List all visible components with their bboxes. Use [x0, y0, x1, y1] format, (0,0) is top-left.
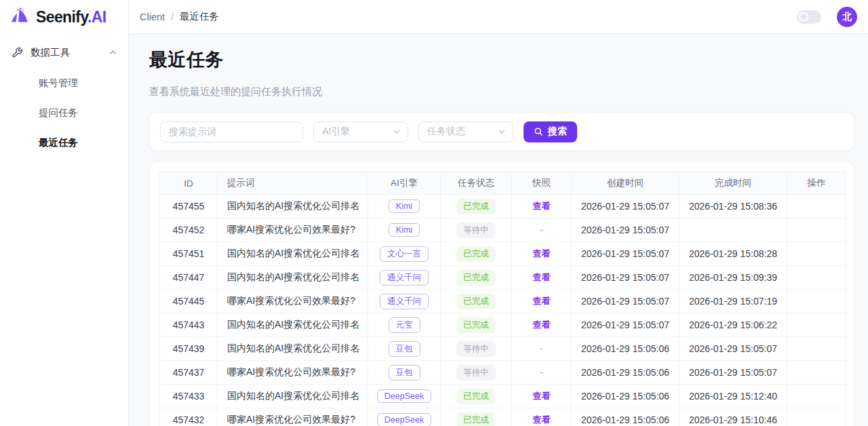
column-header-7: 操作	[787, 172, 846, 195]
engine-badge: 豆包	[389, 341, 420, 357]
cell-prompt: 国内知名的AI搜索优化公司排名	[218, 385, 368, 408]
engine-select[interactable]: AI引擎	[313, 121, 408, 142]
brand-name: Seenify.AI	[36, 8, 106, 26]
cell-prompt: 国内知名的AI搜索优化公司排名	[218, 266, 368, 290]
cell-prompt: 哪家AI搜索优化公司效果最好?	[218, 408, 368, 426]
cell-created: 2026-01-29 15:05:07	[572, 218, 679, 242]
brand-logo[interactable]: Seenify.AI	[0, 0, 128, 34]
cell-status: 等待中	[441, 218, 512, 242]
status-select[interactable]: 任务状态	[418, 121, 513, 142]
table-row: 457447 国内知名的AI搜索优化公司排名 通义千问 已完成 查看 2026-…	[160, 266, 846, 290]
table-row: 457445 哪家AI搜索优化公司效果最好? 通义千问 已完成 查看 2026-…	[160, 290, 846, 313]
filter-bar: AI引擎 任务状态 搜索	[149, 112, 854, 151]
table-header-row: ID提示词AI引擎任务状态快照创建时间完成时间操作	[160, 172, 846, 195]
cell-snapshot: -	[512, 337, 572, 361]
table-row: 457432 哪家AI搜索优化公司效果最好? DeepSeek 已完成 查看 2…	[160, 408, 846, 426]
view-snapshot-link[interactable]: 查看	[533, 296, 551, 306]
cell-id: 457437	[160, 361, 218, 385]
status-badge: 已完成	[456, 389, 496, 404]
sailboat-icon	[9, 7, 30, 26]
table-body: 457455 国内知名的AI搜索优化公司排名 Kimi 已完成 查看 2026-…	[160, 195, 846, 426]
sidebar-group-data-tools[interactable]: 数据工具	[0, 37, 128, 68]
topbar: Client / 最近任务 北	[129, 0, 868, 34]
sidebar-item-question-tasks[interactable]: 提问任务	[0, 98, 128, 128]
engine-badge: Kimi	[389, 199, 420, 213]
cell-finished: 2026-01-29 15:06:22	[679, 313, 787, 337]
cell-finished: 2026-01-29 15:08:36	[679, 195, 787, 218]
view-snapshot-link[interactable]: 查看	[533, 248, 551, 258]
status-badge: 已完成	[456, 246, 496, 262]
search-button[interactable]: 搜索	[524, 121, 577, 142]
engine-badge: 通义千问	[380, 270, 429, 286]
cell-snapshot: 查看	[512, 290, 572, 313]
cell-id: 457445	[160, 290, 218, 313]
cell-status: 等待中	[441, 337, 512, 361]
chevron-up-icon	[109, 49, 117, 56]
snapshot-empty: -	[540, 367, 543, 378]
cell-status: 已完成	[441, 408, 512, 426]
breadcrumb-root[interactable]: Client	[140, 12, 165, 22]
cell-prompt: 哪家AI搜索优化公司效果最好?	[218, 290, 368, 313]
cell-created: 2026-01-29 15:05:07	[572, 313, 679, 337]
cell-engine: DeepSeek	[368, 408, 441, 426]
sun-icon	[800, 14, 807, 20]
view-snapshot-link[interactable]: 查看	[533, 320, 551, 330]
view-snapshot-link[interactable]: 查看	[533, 391, 551, 401]
cell-status: 已完成	[441, 290, 512, 313]
cell-finished: 2026-01-29 15:09:39	[679, 266, 787, 290]
search-button-label: 搜索	[548, 125, 567, 138]
cell-finished: 2026-01-29 15:10:46	[679, 408, 787, 426]
engine-select-value: AI引擎	[322, 125, 350, 138]
cell-prompt: 国内知名的AI搜索优化公司排名	[218, 195, 368, 218]
cell-status: 已完成	[441, 385, 512, 408]
user-avatar[interactable]: 北	[837, 7, 857, 27]
view-snapshot-link[interactable]: 查看	[533, 414, 551, 425]
sidebar-item-recent-tasks[interactable]: 最近任务	[0, 128, 128, 157]
tasks-table-card: ID提示词AI引擎任务状态快照创建时间完成时间操作 457455 国内知名的AI…	[149, 161, 854, 426]
status-badge: 已完成	[456, 270, 496, 286]
wrench-icon	[12, 47, 23, 58]
cell-engine: Kimi	[368, 195, 441, 218]
table-row: 457455 国内知名的AI搜索优化公司排名 Kimi 已完成 查看 2026-…	[160, 195, 846, 218]
breadcrumb-separator: /	[171, 12, 174, 22]
cell-status: 已完成	[441, 195, 512, 218]
cell-engine: DeepSeek	[368, 385, 441, 408]
status-badge: 等待中	[456, 222, 496, 238]
cell-snapshot: 查看	[512, 385, 572, 408]
theme-toggle[interactable]	[797, 10, 821, 24]
cell-created: 2026-01-29 15:05:07	[572, 242, 679, 266]
view-snapshot-link[interactable]: 查看	[533, 201, 551, 211]
cell-actions	[787, 266, 846, 290]
cell-engine: 文心一言	[368, 242, 441, 266]
status-badge: 已完成	[456, 294, 496, 309]
cell-created: 2026-01-29 15:05:07	[572, 266, 679, 290]
cell-finished: 2026-01-29 15:12:40	[679, 385, 787, 408]
cell-actions	[787, 408, 846, 426]
cell-actions	[787, 337, 846, 361]
cell-created: 2026-01-29 15:05:06	[572, 385, 679, 408]
cell-created: 2026-01-29 15:05:06	[572, 408, 679, 426]
cell-created: 2026-01-29 15:05:07	[572, 195, 679, 218]
cell-finished: 2026-01-29 15:05:07	[679, 361, 787, 385]
page-subtitle: 查看系统最近处理的提问任务执行情况	[149, 85, 854, 98]
sidebar-item-account-management[interactable]: 账号管理	[0, 68, 128, 98]
engine-badge: 文心一言	[380, 246, 429, 262]
view-snapshot-link[interactable]: 查看	[533, 272, 551, 282]
engine-badge: DeepSeek	[377, 389, 431, 403]
status-badge: 已完成	[456, 317, 496, 333]
theme-toggle-knob	[798, 12, 809, 22]
engine-badge: 通义千问	[380, 294, 429, 309]
cell-prompt: 哪家AI搜索优化公司效果最好?	[218, 361, 368, 385]
cell-id: 457443	[160, 313, 218, 337]
search-input[interactable]	[160, 121, 303, 142]
sidebar-group-label: 数据工具	[31, 46, 102, 59]
chevron-down-icon	[393, 128, 401, 136]
magnifier-icon	[534, 127, 543, 136]
chevron-down-icon	[498, 128, 506, 136]
cell-id: 457451	[160, 242, 218, 266]
status-badge: 等待中	[456, 365, 496, 381]
cell-prompt: 国内知名的AI搜索优化公司排名	[218, 242, 368, 266]
cell-snapshot: 查看	[512, 408, 572, 426]
cell-actions	[787, 313, 846, 337]
cell-actions	[787, 361, 846, 385]
